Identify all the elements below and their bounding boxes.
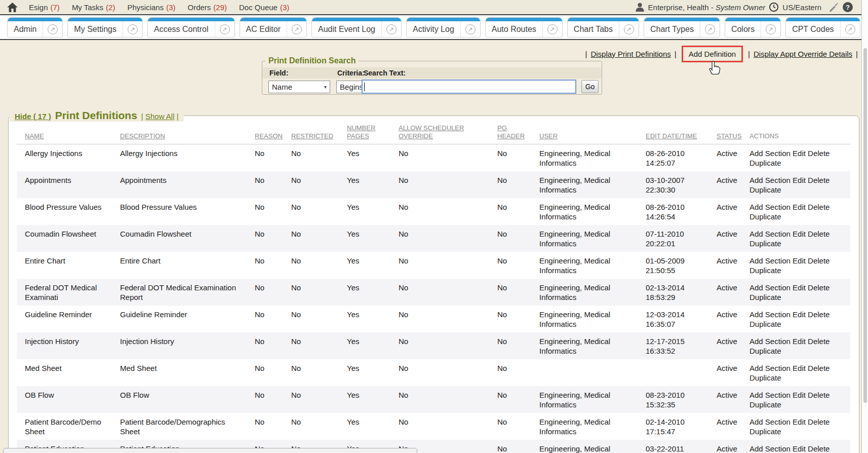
action-add-section[interactable]: Add Section bbox=[749, 391, 791, 399]
menu-item-my-tasks[interactable]: My Tasks (2) bbox=[72, 3, 115, 12]
tab-open-icon-wrap[interactable]: ↗ bbox=[215, 21, 234, 37]
tab-open-icon-wrap[interactable]: ↗ bbox=[460, 21, 480, 37]
action-add-section[interactable]: Add Section bbox=[749, 149, 791, 158]
action-delete[interactable]: Delete bbox=[808, 418, 830, 426]
action-duplicate[interactable]: Duplicate bbox=[749, 212, 781, 221]
column-header-edit-date-time[interactable]: EDIT DATE/TIME bbox=[646, 132, 697, 140]
cell-number-pages: Yes bbox=[347, 306, 399, 332]
action-delete[interactable]: Delete bbox=[808, 310, 830, 319]
tab-admin[interactable]: Admin ↗ bbox=[7, 17, 63, 37]
action-duplicate[interactable]: Duplicate bbox=[749, 266, 781, 275]
add-definition-link[interactable]: Add Definition bbox=[689, 50, 736, 58]
tab-activity-log[interactable]: Activity Log ↗ bbox=[406, 17, 481, 37]
action-add-section[interactable]: Add Section bbox=[749, 230, 791, 238]
home-icon[interactable] bbox=[7, 3, 18, 12]
action-edit[interactable]: Edit bbox=[793, 176, 806, 184]
vertical-scrollbar-thumb[interactable] bbox=[863, 48, 867, 403]
action-edit[interactable]: Edit bbox=[793, 149, 806, 158]
action-duplicate[interactable]: Duplicate bbox=[749, 347, 781, 355]
menu-item-doc-queue[interactable]: Doc Queue (3) bbox=[239, 3, 289, 12]
action-edit[interactable]: Edit bbox=[793, 283, 806, 292]
tab-ac-editor[interactable]: AC Editor ↗ bbox=[240, 17, 307, 37]
menu-item-esign[interactable]: Esign (7) bbox=[29, 3, 60, 12]
action-delete[interactable]: Delete bbox=[808, 256, 830, 265]
action-delete[interactable]: Delete bbox=[808, 203, 830, 211]
action-duplicate[interactable]: Duplicate bbox=[749, 293, 781, 301]
column-header-pg-header[interactable]: PG HEADER bbox=[497, 124, 525, 140]
action-edit[interactable]: Edit bbox=[793, 444, 806, 453]
action-delete[interactable]: Delete bbox=[808, 391, 830, 399]
vertical-scrollbar[interactable] bbox=[861, 0, 868, 453]
action-edit[interactable]: Edit bbox=[793, 418, 806, 426]
tab-open-icon-wrap[interactable]: ↗ bbox=[287, 21, 306, 37]
column-header-description[interactable]: DESCRIPTION bbox=[120, 132, 165, 140]
action-delete[interactable]: Delete bbox=[808, 176, 830, 184]
action-delete[interactable]: Delete bbox=[808, 364, 830, 372]
column-header-number-pages[interactable]: NUMBER PAGES bbox=[347, 124, 375, 140]
cell-actions: Add Section Edit Delete Duplicate bbox=[749, 171, 850, 198]
tab-open-icon-wrap[interactable]: ↗ bbox=[43, 21, 62, 37]
column-header-reason[interactable]: REASON bbox=[255, 132, 283, 140]
column-header-allow-scheduler-override[interactable]: ALLOW SCHEDULER OVERRIDE bbox=[399, 124, 464, 140]
show-all-link[interactable]: Show All bbox=[145, 112, 175, 121]
tab-my-settings[interactable]: My Settings ↗ bbox=[67, 17, 143, 37]
search-text-input[interactable] bbox=[362, 80, 576, 94]
action-add-section[interactable]: Add Section bbox=[749, 364, 791, 372]
help-icon[interactable]: ? bbox=[843, 2, 853, 12]
field-select[interactable]: Name ▾ bbox=[268, 81, 330, 93]
tab-open-icon-wrap[interactable]: ↗ bbox=[761, 21, 780, 37]
menu-item-physicians[interactable]: Physicians (3) bbox=[127, 3, 175, 12]
action-duplicate[interactable]: Duplicate bbox=[749, 185, 781, 194]
action-edit[interactable]: Edit bbox=[793, 337, 806, 346]
action-add-section[interactable]: Add Section bbox=[749, 337, 791, 346]
tab-access-control[interactable]: Access Control ↗ bbox=[147, 17, 235, 37]
external-arrow-icon: ↗ bbox=[386, 24, 397, 34]
tab-cpt-codes[interactable]: CPT Codes ↗ bbox=[785, 17, 860, 37]
action-edit[interactable]: Edit bbox=[793, 256, 806, 265]
action-duplicate[interactable]: Duplicate bbox=[749, 400, 781, 409]
action-duplicate[interactable]: Duplicate bbox=[749, 427, 781, 436]
tab-open-icon-wrap[interactable]: ↗ bbox=[700, 21, 720, 37]
menu-item-orders[interactable]: Orders (29) bbox=[188, 3, 227, 12]
action-add-section[interactable]: Add Section bbox=[749, 444, 791, 453]
display-appt-override-details-link[interactable]: Display Appt Override Details bbox=[754, 50, 852, 58]
action-duplicate[interactable]: Duplicate bbox=[749, 159, 781, 167]
action-add-section[interactable]: Add Section bbox=[749, 256, 791, 265]
action-delete[interactable]: Delete bbox=[808, 149, 830, 158]
column-header-restricted[interactable]: RESTRICTED bbox=[291, 132, 333, 140]
tab-chart-tabs[interactable]: Chart Tabs ↗ bbox=[567, 17, 639, 37]
action-add-section[interactable]: Add Section bbox=[749, 310, 791, 319]
tab-open-icon-wrap[interactable]: ↗ bbox=[381, 21, 401, 37]
action-add-section[interactable]: Add Section bbox=[749, 176, 791, 184]
tab-open-icon-wrap[interactable]: ↗ bbox=[840, 21, 860, 37]
action-delete[interactable]: Delete bbox=[808, 283, 830, 292]
action-add-section[interactable]: Add Section bbox=[749, 283, 791, 292]
hide-link[interactable]: Hide ( 17 ) bbox=[15, 112, 51, 121]
action-edit[interactable]: Edit bbox=[793, 364, 806, 372]
action-edit[interactable]: Edit bbox=[793, 203, 806, 211]
action-edit[interactable]: Edit bbox=[793, 391, 806, 399]
tab-colors[interactable]: Colors ↗ bbox=[725, 17, 781, 37]
tab-audit-event-log[interactable]: Audit Event Log ↗ bbox=[311, 17, 402, 37]
go-button[interactable]: Go bbox=[581, 80, 599, 93]
action-add-section[interactable]: Add Section bbox=[749, 418, 791, 426]
action-duplicate[interactable]: Duplicate bbox=[749, 320, 781, 328]
wand-icon[interactable] bbox=[828, 2, 839, 12]
column-header-user[interactable]: USER bbox=[539, 132, 558, 140]
action-add-section[interactable]: Add Section bbox=[749, 203, 791, 211]
column-header-status[interactable]: STATUS bbox=[717, 132, 741, 140]
display-print-definitions-link[interactable]: Display Print Definitions bbox=[590, 50, 670, 58]
tab-auto-routes[interactable]: Auto Routes ↗ bbox=[485, 17, 563, 37]
action-duplicate[interactable]: Duplicate bbox=[749, 373, 781, 382]
action-duplicate[interactable]: Duplicate bbox=[749, 239, 781, 248]
action-delete[interactable]: Delete bbox=[808, 337, 830, 346]
tab-open-icon-wrap[interactable]: ↗ bbox=[123, 21, 142, 37]
action-delete[interactable]: Delete bbox=[808, 444, 830, 453]
action-edit[interactable]: Edit bbox=[793, 310, 806, 319]
tab-chart-types[interactable]: Chart Types ↗ bbox=[644, 17, 720, 37]
column-header-name[interactable]: NAME bbox=[25, 132, 44, 140]
tab-open-icon-wrap[interactable]: ↗ bbox=[542, 21, 562, 37]
action-delete[interactable]: Delete bbox=[808, 230, 830, 238]
tab-open-icon-wrap[interactable]: ↗ bbox=[619, 21, 639, 37]
action-edit[interactable]: Edit bbox=[793, 230, 806, 238]
